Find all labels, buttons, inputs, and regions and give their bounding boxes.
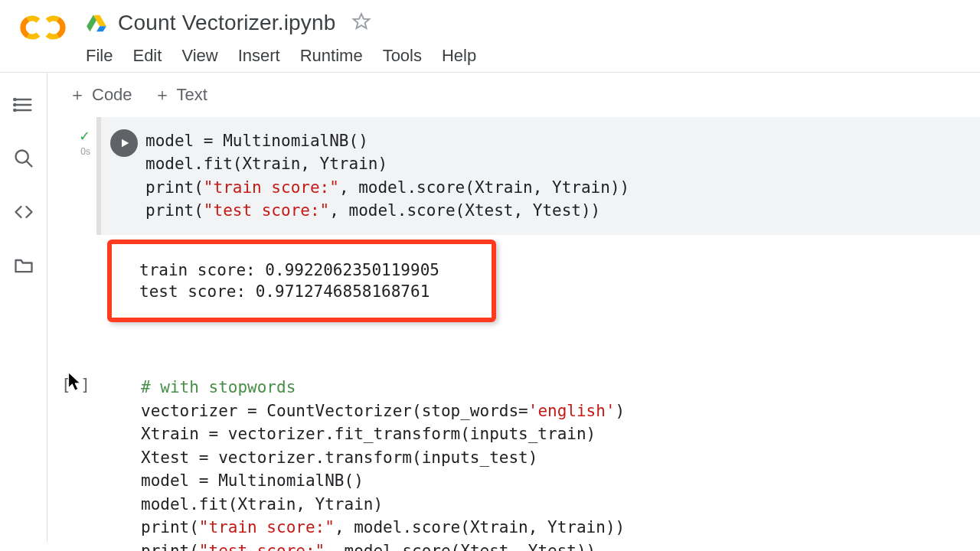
code-editor-2[interactable]: # with stopwords vectorizer = CountVecto… (141, 376, 980, 551)
svg-line-11 (26, 161, 31, 167)
colab-logo[interactable] (0, 6, 86, 41)
plus-icon: ＋ (154, 83, 171, 106)
plus-icon: ＋ (69, 83, 86, 106)
add-code-label: Code (92, 85, 132, 105)
check-icon: ✓ (79, 128, 90, 145)
files-icon[interactable] (13, 255, 34, 276)
add-text-button[interactable]: ＋ Text (154, 83, 207, 106)
svg-point-8 (14, 104, 15, 106)
svg-point-9 (14, 109, 15, 111)
exec-time: 0s (80, 146, 90, 157)
sidebar (0, 73, 47, 543)
cell-output-1: train score: 0.9922062350119905 test sco… (96, 235, 980, 334)
menu-edit[interactable]: Edit (132, 46, 162, 66)
output-line: train score: 0.9922062350119905 (139, 259, 479, 281)
menu-insert[interactable]: Insert (238, 46, 280, 66)
menu-tools[interactable]: Tools (383, 46, 422, 66)
svg-marker-3 (353, 14, 369, 28)
run-button[interactable] (110, 129, 138, 157)
code-cell-1[interactable]: ✓ 0s model = MultinomialNB() model.fit(X… (54, 117, 980, 333)
cell-prompt: [ ] (61, 374, 90, 394)
menu-help[interactable]: Help (442, 46, 476, 66)
menu-runtime[interactable]: Runtime (300, 46, 363, 66)
svg-marker-1 (96, 26, 106, 31)
menu-file[interactable]: File (86, 46, 113, 66)
menu-view[interactable]: View (181, 46, 217, 66)
notebook-title[interactable]: Count Vectorizer.ipynb (118, 11, 336, 35)
star-icon[interactable] (351, 11, 371, 34)
svg-point-7 (14, 99, 15, 100)
search-icon[interactable] (13, 148, 34, 169)
toc-icon[interactable] (13, 94, 34, 116)
output-line: test score: 0.9712746858168761 (139, 281, 479, 302)
code-editor-1[interactable]: model = MultinomialNB() model.fit(Xtrain… (145, 129, 980, 223)
add-text-label: Text (177, 85, 207, 105)
svg-marker-12 (122, 139, 129, 148)
add-code-button[interactable]: ＋ Code (69, 83, 132, 106)
code-snippets-icon[interactable] (13, 201, 34, 223)
drive-icon (86, 14, 107, 32)
code-cell-2[interactable]: [ ] # with stopwords vectorizer = CountV… (54, 364, 980, 551)
